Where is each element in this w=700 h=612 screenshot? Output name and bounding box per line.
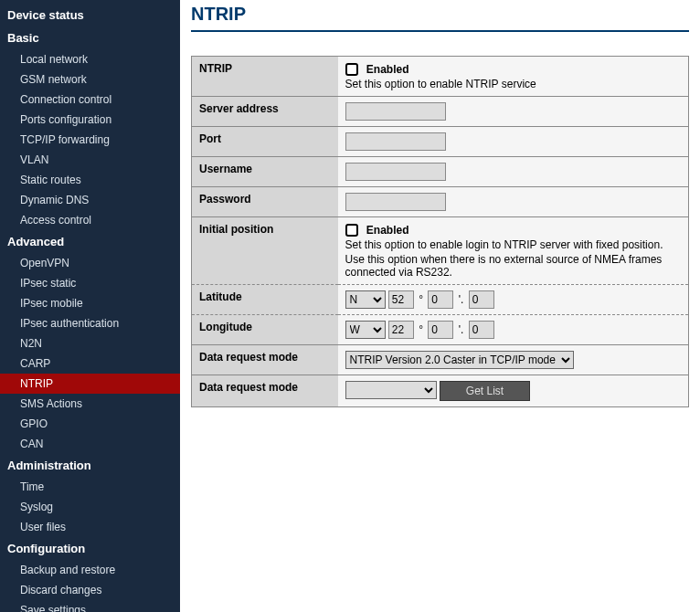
- degree-symbol: °: [419, 293, 423, 306]
- degree-symbol: °: [419, 323, 423, 336]
- latitude-min-input[interactable]: [428, 290, 453, 309]
- sidebar-item[interactable]: CARP: [0, 353, 180, 374]
- sidebar-item[interactable]: Local network: [0, 49, 180, 69]
- latitude-sec-input[interactable]: [469, 290, 494, 309]
- password-input[interactable]: [345, 193, 446, 211]
- data-request-mode-select[interactable]: NTRIP Version 2.0 Caster in TCP/IP mode: [345, 351, 574, 369]
- sidebar-item[interactable]: NTRIP: [0, 374, 180, 394]
- sidebar-item[interactable]: Backup and restore: [0, 560, 180, 580]
- sidebar-item[interactable]: OpenVPN: [0, 253, 180, 273]
- ntrip-enabled-label: Enabled: [366, 63, 409, 76]
- row-label-latitude: Latitude: [192, 284, 338, 314]
- sidebar-section-header[interactable]: Device status: [0, 4, 180, 26]
- row-field-initpos: Enabled Set this option to enable login …: [338, 216, 689, 284]
- sidebar-section-header: Basic: [0, 26, 180, 49]
- minute-symbol: '.: [459, 293, 464, 306]
- sidebar-item[interactable]: SMS Actions: [0, 394, 180, 414]
- longitude-direction-select[interactable]: W: [345, 321, 386, 339]
- initpos-desc2: Use this option when there is no externa…: [345, 253, 682, 279]
- sidebar-item[interactable]: Static routes: [0, 170, 180, 190]
- row-label-port: Port: [192, 126, 338, 156]
- longitude-min-input[interactable]: [428, 321, 453, 339]
- sidebar: Device statusBasicLocal networkGSM netwo…: [0, 0, 180, 612]
- row-label-ntrip: NTRIP: [192, 57, 338, 97]
- latitude-direction-select[interactable]: N: [345, 290, 386, 309]
- row-label-reqmode2: Data request mode: [192, 375, 338, 406]
- sidebar-section-header: Configuration: [0, 537, 180, 560]
- server-address-input[interactable]: [345, 102, 446, 121]
- initpos-enabled-checkbox[interactable]: [345, 224, 358, 237]
- longitude-sec-input[interactable]: [469, 321, 494, 339]
- sidebar-item[interactable]: Access control: [0, 210, 180, 230]
- page-title: NTRIP: [191, 0, 689, 32]
- row-label-server: Server address: [192, 96, 338, 126]
- row-label-username: Username: [192, 156, 338, 186]
- sidebar-item[interactable]: IPsec authentication: [0, 313, 180, 333]
- sidebar-section-header: Advanced: [0, 230, 180, 253]
- sidebar-item[interactable]: User files: [0, 517, 180, 537]
- stream-select[interactable]: [345, 381, 437, 399]
- sidebar-section-header: Administration: [0, 454, 180, 477]
- sidebar-item[interactable]: VLAN: [0, 150, 180, 170]
- sidebar-item[interactable]: TCP/IP forwarding: [0, 130, 180, 150]
- port-input[interactable]: [345, 132, 446, 151]
- sidebar-item[interactable]: Discard changes: [0, 580, 180, 600]
- row-field-ntrip: Enabled Set this option to enable NTRIP …: [338, 57, 689, 97]
- minute-symbol: '.: [459, 323, 464, 336]
- sidebar-item[interactable]: CAN: [0, 434, 180, 454]
- ntrip-form: NTRIP Enabled Set this option to enable …: [191, 56, 689, 407]
- get-list-button[interactable]: Get List: [440, 381, 530, 401]
- username-input[interactable]: [345, 163, 446, 181]
- sidebar-item[interactable]: IPsec mobile: [0, 293, 180, 313]
- ntrip-enabled-checkbox[interactable]: [345, 63, 358, 76]
- sidebar-item[interactable]: Connection control: [0, 90, 180, 110]
- sidebar-item[interactable]: Time: [0, 477, 180, 497]
- row-label-initpos: Initial position: [192, 216, 338, 284]
- initpos-enabled-label: Enabled: [366, 224, 409, 237]
- sidebar-item[interactable]: Ports configuration: [0, 110, 180, 130]
- row-label-reqmode1: Data request mode: [192, 344, 338, 375]
- main-content: NTRIP NTRIP Enabled Set this option to e…: [180, 0, 700, 612]
- row-label-password: Password: [192, 186, 338, 216]
- sidebar-item[interactable]: N2N: [0, 333, 180, 353]
- latitude-deg-input[interactable]: [388, 290, 414, 309]
- sidebar-item[interactable]: GPIO: [0, 414, 180, 434]
- longitude-deg-input[interactable]: [388, 321, 414, 339]
- row-label-longitude: Longitude: [192, 314, 338, 344]
- ntrip-enabled-desc: Set this option to enable NTRIP service: [345, 78, 682, 90]
- sidebar-item[interactable]: GSM network: [0, 69, 180, 90]
- initpos-desc1: Set this option to enable login to NTRIP…: [345, 238, 682, 251]
- sidebar-item[interactable]: Dynamic DNS: [0, 190, 180, 210]
- sidebar-item[interactable]: IPsec static: [0, 273, 180, 293]
- sidebar-item[interactable]: Save settings: [0, 600, 180, 612]
- sidebar-item[interactable]: Syslog: [0, 497, 180, 517]
